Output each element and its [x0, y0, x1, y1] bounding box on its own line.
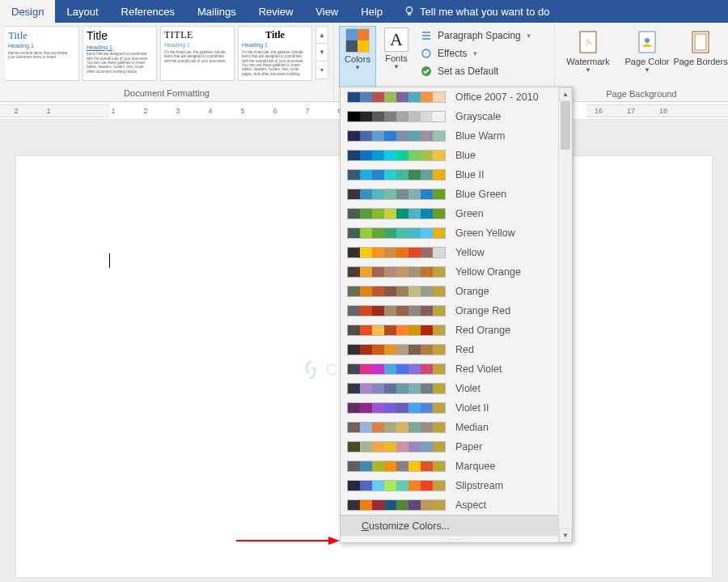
gallery-up-button[interactable]: ▲: [315, 26, 328, 44]
style-thumb-heading: Heading 1: [164, 42, 231, 49]
color-theme-item[interactable]: Orange: [341, 282, 558, 301]
color-theme-item[interactable]: Yellow Orange: [341, 262, 558, 282]
style-thumb-body: On the Insert tab, the galleries include…: [164, 50, 231, 63]
style-thumb-1[interactable]: Title Heading 1 themes include items tha…: [5, 26, 79, 81]
color-theme-swatches: [347, 461, 446, 472]
color-theme-item[interactable]: Paper: [341, 437, 558, 457]
tab-mailings[interactable]: Mailings: [186, 0, 248, 23]
color-theme-label: Median: [455, 422, 489, 433]
scroll-up-button[interactable]: ▲: [559, 87, 572, 101]
color-theme-item[interactable]: Red Violet: [341, 359, 558, 379]
effects-label: Effects: [438, 48, 467, 59]
group-document-formatting: Title Heading 1 themes include items tha…: [0, 23, 334, 101]
style-thumb-title: Title: [87, 29, 153, 44]
color-theme-swatches: [347, 286, 446, 297]
color-theme-item[interactable]: Slipstream: [341, 476, 558, 495]
color-theme-swatches: [347, 305, 446, 316]
tell-me-search[interactable]: Tell me what you want to do: [394, 0, 559, 23]
chevron-down-icon: ▼: [526, 32, 532, 40]
color-theme-label: Grayscale: [455, 111, 501, 122]
set-as-default-button[interactable]: Set as Default: [420, 63, 532, 79]
dropdown-resize-grip[interactable]: ····: [341, 536, 572, 542]
effects-icon: [420, 47, 433, 60]
fonts-button[interactable]: A Fonts ▼: [378, 26, 415, 87]
color-theme-item[interactable]: Marquee: [341, 457, 558, 476]
color-theme-item[interactable]: Green Yellow: [341, 223, 558, 243]
tab-view[interactable]: View: [304, 0, 349, 23]
color-theme-label: Red: [455, 344, 474, 355]
color-theme-swatches: [347, 383, 446, 394]
color-theme-label: Slipstream: [455, 480, 503, 491]
style-thumb-body: themes include items that coordinate you…: [8, 51, 75, 60]
watermark-icon: A: [575, 29, 601, 55]
color-theme-item[interactable]: Blue: [341, 146, 558, 165]
gallery-down-button[interactable]: ▼: [315, 44, 328, 62]
chevron-down-icon: ▼: [354, 64, 361, 71]
style-thumb-3[interactable]: TITLE Heading 1 On the Insert tab, the g…: [160, 26, 235, 81]
color-theme-swatches: [347, 189, 446, 200]
color-theme-item[interactable]: Green: [341, 204, 558, 223]
text-cursor: [109, 253, 110, 268]
colors-button[interactable]: Colors ▼: [339, 26, 376, 87]
color-theme-swatches: [347, 499, 446, 511]
color-theme-item[interactable]: Blue Warm: [341, 126, 558, 146]
color-theme-swatches: [347, 363, 446, 375]
style-thumb-body: On the Insert tab, the galleries include…: [242, 50, 308, 76]
svg-point-6: [645, 38, 650, 43]
color-theme-label: Yellow: [455, 247, 485, 258]
color-theme-swatches: [347, 247, 446, 258]
chevron-down-icon: ▼: [393, 63, 400, 70]
color-theme-item[interactable]: Blue II: [341, 165, 558, 185]
color-theme-item[interactable]: Orange Red: [341, 301, 558, 321]
tab-references[interactable]: References: [110, 0, 186, 23]
color-theme-item[interactable]: Grayscale: [341, 107, 558, 126]
customize-colors-button[interactable]: Customize Colors...: [341, 515, 572, 536]
style-thumb-title: Title: [242, 29, 308, 41]
gallery-more-button[interactable]: ▾: [315, 62, 328, 79]
color-theme-swatches: [347, 169, 446, 181]
color-theme-swatches: [347, 422, 446, 433]
color-theme-swatches: [347, 480, 446, 491]
dropdown-scrollbar[interactable]: ▲ ▼: [558, 87, 572, 542]
color-theme-label: Marquee: [455, 461, 495, 472]
group-label-page-background: Page Background: [560, 89, 723, 100]
color-theme-swatches: [347, 325, 446, 336]
tab-help[interactable]: Help: [349, 0, 394, 23]
chevron-down-icon: ▼: [585, 66, 591, 74]
color-theme-label: Blue: [455, 150, 476, 161]
style-thumb-title: Title: [8, 29, 75, 42]
color-theme-label: Blue Green: [455, 189, 506, 200]
color-theme-item[interactable]: Aspect: [341, 495, 558, 515]
watermark-button[interactable]: A Watermark ▼: [560, 28, 616, 89]
style-thumb-2[interactable]: Title Heading 1 Items that are designed …: [83, 26, 157, 81]
tab-layout[interactable]: Layout: [55, 0, 109, 23]
color-theme-label: Orange Red: [455, 305, 510, 316]
colors-icon: [345, 28, 370, 53]
set-default-label: Set as Default: [438, 66, 498, 77]
color-theme-swatches: [347, 208, 446, 219]
color-theme-item[interactable]: Median: [341, 418, 558, 437]
scrollbar-thumb[interactable]: [561, 101, 570, 150]
page-borders-button[interactable]: Page Borders: [678, 28, 723, 89]
tab-review[interactable]: Review: [248, 0, 305, 23]
color-theme-item[interactable]: Blue Green: [341, 185, 558, 204]
color-theme-item[interactable]: Violet: [341, 379, 558, 398]
color-theme-item[interactable]: Red Orange: [341, 321, 558, 340]
style-thumb-4[interactable]: Title Heading 1 On the Insert tab, the g…: [238, 26, 312, 81]
style-gallery-nav: ▲ ▼ ▾: [315, 26, 328, 79]
check-icon: [420, 65, 433, 78]
page-color-button[interactable]: Page Color ▼: [624, 28, 670, 89]
ribbon-tabs: Design Layout References Mailings Review…: [0, 0, 728, 23]
chevron-down-icon: ▼: [644, 66, 650, 74]
tab-design[interactable]: Design: [0, 0, 55, 23]
color-theme-item[interactable]: Violet II: [341, 398, 558, 418]
color-theme-item[interactable]: Red: [341, 340, 558, 359]
paragraph-spacing-button[interactable]: Paragraph Spacing ▼: [420, 28, 532, 44]
color-theme-swatches: [347, 130, 446, 142]
scroll-down-button[interactable]: ▼: [559, 529, 572, 542]
color-theme-swatches: [347, 91, 446, 103]
page-color-label: Page Color: [624, 57, 669, 66]
color-theme-item[interactable]: Yellow: [341, 243, 558, 262]
color-theme-item[interactable]: Office 2007 - 2010: [341, 87, 558, 107]
effects-button[interactable]: Effects ▼: [420, 45, 532, 62]
